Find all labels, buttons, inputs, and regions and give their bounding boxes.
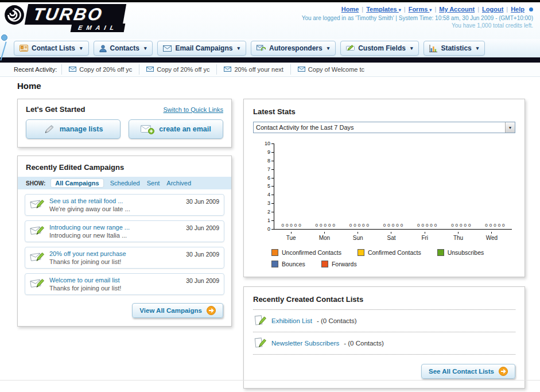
recent-activity-item[interactable]: Copy of Welcome tc xyxy=(290,64,371,74)
tab-label: Contacts xyxy=(110,44,139,52)
filter-archived[interactable]: Archived xyxy=(166,180,191,187)
recent-activity-items: Copy of 20% off ycCopy of 20% off yc20% … xyxy=(61,63,371,76)
campaign-item[interactable]: Introducing our new range ...Introducing… xyxy=(25,220,224,242)
recent-activity-item[interactable]: Copy of 20% off yc xyxy=(139,64,216,74)
nav-link-templates[interactable]: Templates ▾ xyxy=(366,6,401,13)
tab-contact-lists[interactable]: Contact Lists▾ xyxy=(14,41,89,56)
campaign-filter-bar: SHOW: All CampaignsScheduledSentArchived xyxy=(18,177,231,189)
legend-swatch xyxy=(271,249,278,256)
view-all-campaigns-button[interactable]: View All Campaigns xyxy=(132,303,223,318)
value-label: 0 xyxy=(316,223,318,228)
recent-activity-item[interactable]: Copy of 20% off yc xyxy=(61,64,139,74)
legend-label: Forwards xyxy=(332,261,357,267)
activity-dropdown[interactable]: Contact Activity for the Last 7 Days ▼ xyxy=(253,122,515,133)
value-label: 0 xyxy=(367,223,369,228)
campaign-title-link[interactable]: See us at the retail food ... xyxy=(49,197,181,204)
nav-link-my-account[interactable]: My Account xyxy=(439,6,475,13)
bar-group: 00000 xyxy=(376,223,410,228)
value-label: 0 xyxy=(358,223,360,228)
manage-lists-button[interactable]: manage lists xyxy=(26,119,121,139)
app-window: TURBO EMAIL Home|Templates ▾|Forms ▾|My … xyxy=(0,0,540,392)
chevron-down-icon: ▼ xyxy=(505,122,515,133)
chevron-down-icon: ▾ xyxy=(327,45,330,51)
contact-list-item[interactable]: Newsletter Subscribers- (0 Contacts) xyxy=(253,332,515,355)
contact-lists-icon xyxy=(20,45,28,52)
chevron-down-icon: ▾ xyxy=(410,45,413,51)
main-content: Home Let's Get Started Switch to Quick L… xyxy=(17,77,525,389)
see-all-contact-lists-label: See All Contact Lists xyxy=(429,368,494,375)
filter-sent[interactable]: Sent xyxy=(147,180,160,187)
switch-quick-links-link[interactable]: Switch to Quick Links xyxy=(163,106,223,113)
logo[interactable]: TURBO EMAIL xyxy=(3,4,125,32)
nav-link-help[interactable]: Help xyxy=(511,6,525,13)
value-label: 0 xyxy=(353,223,356,228)
legend-swatch xyxy=(437,249,444,256)
filter-all-campaigns[interactable]: All Campaigns xyxy=(51,179,103,187)
tab-label: Contact Lists xyxy=(32,44,75,52)
campaign-title-link[interactable]: Introducing our new range ... xyxy=(49,224,181,231)
chevron-down-icon: ▾ xyxy=(237,45,240,51)
right-column: Latest Stats Contact Activity for the La… xyxy=(243,99,525,389)
arrow-circle-icon xyxy=(207,306,216,315)
tab-statistics[interactable]: Statistics▾ xyxy=(424,41,485,56)
chevron-down-icon: ▾ xyxy=(80,45,83,51)
nav-link-home[interactable]: Home xyxy=(341,6,359,13)
envelope-pencil-icon xyxy=(30,224,45,239)
recent-activity-item[interactable]: 20% off your next xyxy=(216,64,290,74)
value-label: 0 xyxy=(494,223,496,228)
contact-lists-title: Recently Created Contact Lists xyxy=(253,295,363,304)
contact-list-link[interactable]: Newsletter Subscribers xyxy=(271,340,339,347)
nav-link-forms[interactable]: Forms ▾ xyxy=(409,6,432,13)
tab-autoresponders[interactable]: Autoresponders▾ xyxy=(251,41,336,56)
nav-link-logout[interactable]: Logout xyxy=(482,6,503,13)
legend-item: Unconfirmed Contacts xyxy=(271,249,341,256)
campaign-title-link[interactable]: 20% off your next purchase xyxy=(49,250,181,257)
tab-custom-fields[interactable]: Custom Fields▾ xyxy=(340,41,419,56)
create-email-button[interactable]: create an email xyxy=(129,119,223,139)
x-axis-label: Wed xyxy=(475,232,508,241)
campaign-item[interactable]: Welcome to our email listThanks for join… xyxy=(25,273,224,295)
recent-activity-bar: Recent Activity: Copy of 20% off ycCopy … xyxy=(0,63,540,77)
top-nav-links: Home|Templates ▾|Forms ▾|My Account|Logo… xyxy=(302,6,533,13)
value-label: 0 xyxy=(502,223,504,228)
value-label: 0 xyxy=(387,223,390,228)
tab-contacts[interactable]: Contacts▾ xyxy=(94,41,153,56)
campaign-subtitle: Thanks for joining our list! xyxy=(49,258,181,265)
value-label: 0 xyxy=(294,223,297,228)
legend-row: BouncesForwards xyxy=(271,261,515,267)
x-axis-label: Sun xyxy=(341,232,375,241)
tab-email-campaigns[interactable]: Email Campaigns▾ xyxy=(157,41,246,56)
separator: | xyxy=(506,6,508,13)
value-label: 0 xyxy=(451,223,453,228)
logo-email-text: EMAIL xyxy=(71,24,126,32)
envelope-plus-icon xyxy=(141,124,154,134)
view-all-campaigns-label: View All Campaigns xyxy=(139,307,202,314)
pencil-page-icon xyxy=(254,315,267,327)
bar-group: 00000 xyxy=(342,223,376,228)
contact-list-item[interactable]: Exhibition List- (0 Contacts) xyxy=(253,310,515,332)
page-title: Home xyxy=(17,81,525,91)
campaign-item[interactable]: See us at the retail food ...We're givin… xyxy=(25,194,224,216)
y-axis-label: 7 xyxy=(261,167,274,172)
chevron-down-icon: ▾ xyxy=(399,7,401,13)
contact-list-link[interactable]: Exhibition List xyxy=(271,317,312,324)
legend-label: Confirmed Contacts xyxy=(368,249,421,256)
y-axis-label: 2 xyxy=(261,209,274,215)
contact-count: - (0 Contacts) xyxy=(344,340,384,347)
campaign-title-link[interactable]: Welcome to our email list xyxy=(49,277,181,284)
chart-legend: Unconfirmed ContactsConfirmed ContactsUn… xyxy=(271,249,515,267)
contact-count: - (0 Contacts) xyxy=(317,317,357,324)
filter-scheduled[interactable]: Scheduled xyxy=(110,180,140,187)
value-label: 0 xyxy=(401,223,403,228)
see-all-contact-lists-button[interactable]: See All Contact Lists xyxy=(421,364,515,379)
y-axis-label: 1 xyxy=(261,218,274,223)
legend-label: Unsubscribes xyxy=(448,249,484,256)
envelope-icon xyxy=(146,66,154,73)
value-label: 0 xyxy=(298,223,301,228)
campaign-list: See us at the retail food ...We're givin… xyxy=(18,194,231,295)
arrow-circle-icon xyxy=(499,367,508,376)
campaign-item[interactable]: 20% off your next purchaseThanks for joi… xyxy=(25,247,224,269)
show-label: SHOW: xyxy=(26,180,45,187)
footer-divider xyxy=(0,380,540,381)
bar-group: 00000 xyxy=(410,223,444,228)
